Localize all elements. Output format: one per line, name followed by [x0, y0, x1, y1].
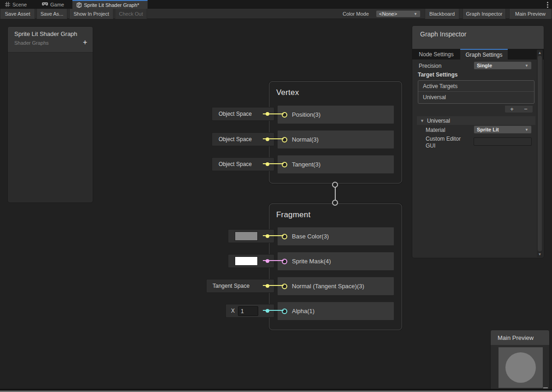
- tab-graph-settings[interactable]: Graph Settings: [460, 49, 508, 59]
- vertex-node-title: Vertex: [276, 88, 299, 97]
- blackboard-toggle-button[interactable]: Blackboard: [425, 9, 459, 19]
- vertex-output-port-icon[interactable]: [332, 182, 338, 188]
- color-mode-dropdown[interactable]: <None> ▼: [376, 10, 421, 18]
- normal-tangent-wire: [263, 285, 284, 286]
- graph-inspector-panel[interactable]: Graph Inspector Node Settings Graph Sett…: [412, 25, 544, 258]
- active-target-item[interactable]: Universal: [418, 92, 534, 103]
- active-targets-listbox[interactable]: Active Targets Universal: [418, 80, 534, 104]
- material-dropdown[interactable]: Sprite Lit ▼: [474, 125, 532, 134]
- tab-shader-graph[interactable]: Sprite Lit Shader Graph*: [72, 0, 148, 9]
- custom-editor-gui-label: Custom Editor GUI: [426, 136, 469, 149]
- blackboard-header: Sprite Lit Shader Graph Shader Graphs +: [8, 27, 93, 53]
- alpha-x-label: X: [231, 308, 235, 314]
- sprite-mask-swatch[interactable]: [235, 256, 258, 266]
- port-row-tangent[interactable]: Tangent(3): [278, 155, 394, 173]
- blackboard-title: Sprite Lit Shader Graph: [14, 30, 77, 37]
- resize-grip[interactable]: [543, 387, 548, 388]
- inspector-tabs: Node Settings Graph Settings: [412, 49, 544, 59]
- inspector-scrollbar[interactable]: ▲ ▼: [537, 50, 543, 257]
- tangent-space-label: Object Space: [219, 161, 252, 167]
- custom-editor-gui-input[interactable]: [474, 137, 532, 146]
- sprite-mask-swatch-control[interactable]: [228, 254, 274, 268]
- sprite-mask-wire: [263, 260, 284, 261]
- normal-port-icon[interactable]: [282, 137, 287, 143]
- tab-scene[interactable]: Scene: [1, 0, 31, 9]
- chevron-down-icon: ▼: [525, 128, 528, 132]
- normal-tangent-space-label: Tangent Space: [213, 283, 249, 289]
- preview-sprite-circle: [505, 352, 536, 383]
- base-color-swatch-control[interactable]: [228, 229, 274, 243]
- normal-space-control[interactable]: Object Space: [212, 132, 274, 146]
- foldout-arrow-icon: ▼: [420, 119, 424, 123]
- color-mode-value: <None>: [379, 11, 397, 17]
- document-tabbar: Scene Game Sprite Lit Shader Graph*: [0, 0, 552, 9]
- scroll-down-icon[interactable]: ▼: [537, 252, 543, 256]
- tab-game-label: Game: [50, 2, 64, 7]
- normal-tangent-port-icon[interactable]: [282, 284, 287, 289]
- scroll-up-icon[interactable]: ▲: [537, 51, 543, 55]
- port-row-normal[interactable]: Normal(3): [278, 131, 394, 148]
- port-row-normal-tangent-space[interactable]: Normal (Tangent Space)(3): [278, 277, 394, 295]
- normal-space-label: Object Space: [219, 136, 252, 143]
- main-preview-title: Main Preview: [491, 330, 549, 345]
- precision-label: Precision: [419, 63, 441, 69]
- alpha-port-icon[interactable]: [282, 309, 287, 314]
- alpha-value-input[interactable]: [238, 306, 258, 316]
- tab-game[interactable]: Game: [38, 0, 68, 9]
- preview-render-area: [499, 347, 543, 388]
- alpha-port-label: Alpha(1): [292, 308, 315, 315]
- remove-target-button[interactable]: −: [519, 106, 533, 113]
- alpha-wire: [263, 310, 284, 311]
- scene-grid-icon: [5, 2, 10, 7]
- add-target-button[interactable]: +: [505, 106, 519, 113]
- fragment-input-port-icon[interactable]: [332, 200, 338, 206]
- precision-dropdown[interactable]: Single ▼: [474, 61, 532, 70]
- material-label: Material: [426, 127, 445, 133]
- chevron-down-icon: ▼: [414, 12, 417, 16]
- color-mode-label: Color Mode: [343, 9, 369, 19]
- position-port-label: Position(3): [292, 111, 321, 118]
- base-color-swatch[interactable]: [235, 232, 258, 241]
- save-as-button[interactable]: Save As...: [36, 9, 67, 19]
- vertex-node[interactable]: Vertex Position(3) Normal(3) Tangent(3): [269, 81, 402, 184]
- universal-foldout[interactable]: ▼ Universal: [417, 116, 535, 125]
- base-color-wire: [263, 235, 284, 236]
- tangent-space-control[interactable]: Object Space: [212, 157, 274, 171]
- position-port-icon[interactable]: [282, 112, 287, 118]
- port-row-sprite-mask[interactable]: Sprite Mask(4): [278, 252, 394, 270]
- main-preview-toggle-button[interactable]: Main Preview: [509, 9, 552, 19]
- normal-tangent-port-label: Normal (Tangent Space)(3): [292, 283, 364, 290]
- position-space-label: Object Space: [219, 111, 252, 117]
- tangent-port-icon[interactable]: [282, 162, 287, 167]
- fragment-node[interactable]: Fragment Base Color(3) Sprite Mask(4) No…: [269, 203, 402, 330]
- fragment-node-title: Fragment: [276, 210, 310, 220]
- precision-value: Single: [477, 63, 492, 68]
- target-settings-label: Target Settings: [418, 71, 457, 78]
- tab-node-settings[interactable]: Node Settings: [412, 49, 460, 59]
- universal-foldout-label: Universal: [427, 118, 450, 124]
- normal-port-label: Normal(3): [292, 136, 319, 143]
- blackboard-panel[interactable]: Sprite Lit Shader Graph Shader Graphs +: [7, 26, 93, 203]
- shader-graph-toolbar: Save Asset Save As... Show In Project Ch…: [0, 9, 552, 19]
- overflow-menu-icon[interactable]: [547, 2, 548, 8]
- port-row-position[interactable]: Position(3): [278, 106, 394, 124]
- port-row-base-color[interactable]: Base Color(3): [278, 227, 394, 245]
- tangent-wire: [263, 163, 284, 164]
- sprite-mask-port-label: Sprite Mask(4): [292, 258, 331, 265]
- show-in-project-button[interactable]: Show In Project: [69, 9, 113, 19]
- normal-tangent-space-control[interactable]: Tangent Space: [206, 279, 274, 293]
- port-row-alpha[interactable]: Alpha(1): [278, 302, 394, 320]
- main-preview-panel[interactable]: Main Preview: [490, 330, 550, 390]
- graph-inspector-title: Graph Inspector: [420, 30, 466, 38]
- base-color-port-label: Base Color(3): [292, 233, 329, 240]
- position-wire: [263, 113, 284, 114]
- base-color-port-icon[interactable]: [282, 234, 287, 239]
- graph-inspector-toggle-button[interactable]: Graph Inspector: [463, 9, 506, 19]
- add-property-button[interactable]: +: [83, 39, 87, 46]
- alpha-value-control[interactable]: X: [226, 304, 274, 318]
- scrollbar-thumb[interactable]: [538, 56, 542, 251]
- shader-graph-icon: [77, 2, 82, 8]
- save-asset-button[interactable]: Save Asset: [0, 9, 35, 19]
- sprite-mask-port-icon[interactable]: [282, 259, 287, 264]
- target-add-remove-box: + −: [505, 105, 533, 113]
